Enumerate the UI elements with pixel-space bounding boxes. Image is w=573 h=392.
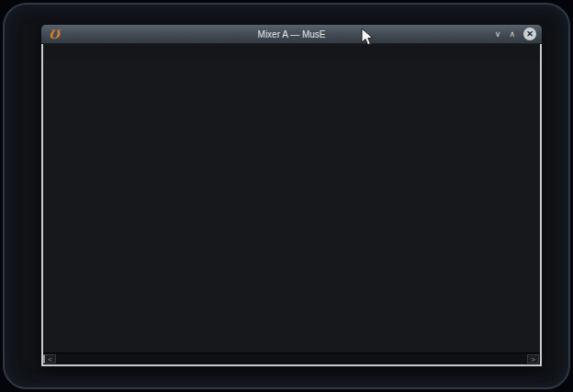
scroll-left-button[interactable]: < — [44, 354, 56, 364]
window-title: Mixer A — MusE — [41, 29, 542, 39]
horizontal-scrollbar[interactable]: < > — [43, 353, 540, 364]
scroll-right-button[interactable]: > — [527, 354, 539, 364]
titlebar[interactable]: Ʊ Mixer A — MusE ∨ ∧ ✕ — [41, 25, 542, 44]
window-body: < > — [41, 44, 542, 366]
mouse-cursor — [361, 28, 374, 47]
menubar — [43, 44, 540, 60]
close-icon[interactable]: ✕ — [523, 28, 536, 40]
mixer-strips-area — [43, 60, 540, 353]
scrollbar-thumb[interactable] — [43, 354, 45, 364]
minimize-icon[interactable]: ∨ — [495, 30, 501, 39]
mixer-window: Ʊ Mixer A — MusE ∨ ∧ ✕ < > — [41, 25, 542, 366]
screen-frame: Ʊ Mixer A — MusE ∨ ∧ ✕ < > — [3, 3, 570, 389]
maximize-icon[interactable]: ∧ — [509, 30, 515, 39]
